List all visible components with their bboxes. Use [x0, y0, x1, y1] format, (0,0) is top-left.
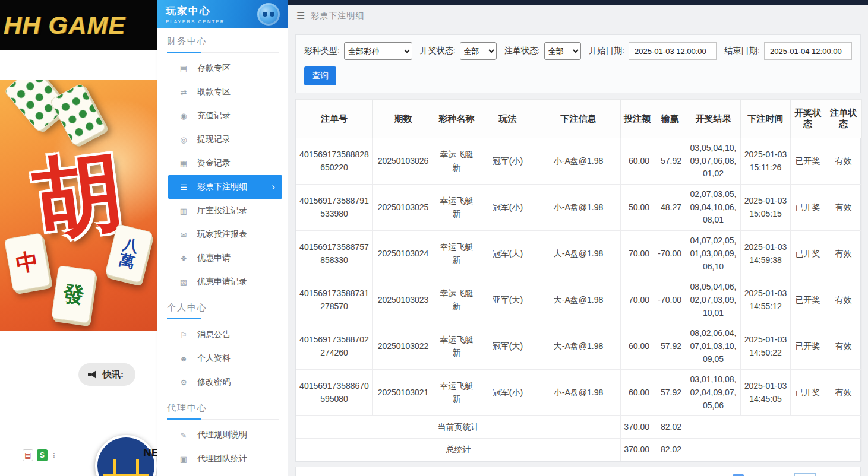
- table-cell: 冠军(小): [479, 370, 536, 416]
- sidebar-item-label: 充值记录: [197, 110, 231, 121]
- table-row: 40156917358875785833020250103024幸运飞艇新冠军(…: [296, 231, 862, 277]
- menu-group: ⚐消息公告☻个人资料⚙修改密码: [157, 319, 288, 395]
- summary-bet-total: 370.00: [621, 439, 654, 461]
- table-cell: 幸运飞艇新: [434, 185, 479, 231]
- table-cell: 20250103022: [373, 323, 434, 370]
- table-cell: 401569173588670595080: [296, 370, 373, 416]
- table-cell: 2025-01-03 14:45:05: [741, 370, 791, 416]
- tile-char: 八萬: [116, 236, 141, 272]
- sidebar-item-withdrawal-records[interactable]: ◎提现记录: [168, 128, 282, 151]
- site-logo[interactable]: HH GAME: [0, 0, 157, 50]
- sidebar-item-label: 修改密码: [197, 377, 231, 388]
- table-cell: 2025-01-03 14:55:12: [741, 277, 791, 323]
- chevron-right-icon: ›: [272, 181, 275, 193]
- player-bet-report-icon: ✉: [179, 230, 188, 239]
- table-row: 40156917358873127857020250103023幸运飞艇新亚军(…: [296, 277, 862, 323]
- column-header: 投注额: [621, 100, 654, 138]
- bet-status-select[interactable]: 全部: [544, 42, 581, 60]
- tile-char: 發: [61, 278, 86, 310]
- table-cell: 2025-01-03 15:05:15: [741, 185, 791, 231]
- table-row: 40156917358867059508020250103021幸运飞艇新冠军(…: [296, 370, 862, 416]
- change-password-icon: ⚙: [179, 378, 188, 387]
- top-bar: [288, 0, 868, 5]
- end-date-input[interactable]: [764, 42, 852, 60]
- query-button[interactable]: 查询: [304, 66, 336, 85]
- tile-char: 中: [14, 246, 41, 280]
- table-cell: 03,05,04,10,09,07,06,08,01,02: [686, 138, 741, 185]
- sidebar-item-label: 玩家投注报表: [197, 229, 247, 240]
- column-header: 彩种名称: [434, 100, 479, 138]
- table-cell: 2025-01-03 15:11:26: [741, 138, 791, 185]
- table-cell: 已开奖: [791, 277, 825, 323]
- table-cell: 小-A盘@1.98: [536, 138, 621, 185]
- menu-group: ✎代理规则说明▣代理团队统计: [157, 420, 288, 472]
- sidebar-item-agent-rules[interactable]: ✎代理规则说明: [168, 423, 282, 447]
- table-cell: 2025-01-03 14:59:38: [741, 231, 791, 277]
- table-cell: 有效: [825, 138, 862, 185]
- more-dots-icon[interactable]: ⁝: [51, 449, 57, 461]
- withdrawal-records-icon: ◎: [179, 135, 188, 144]
- table-cell: 20250103025: [373, 185, 434, 231]
- table-cell: 有效: [825, 277, 862, 323]
- sidebar-item-profile[interactable]: ☻个人资料: [168, 347, 282, 370]
- table-cell: 08,02,06,04,07,01,03,10,09,05: [686, 323, 741, 370]
- document-ime-icon[interactable]: ▤: [23, 449, 33, 461]
- sidebar-item-withdraw[interactable]: ⇄取款专区: [168, 80, 282, 104]
- table-cell: 小-A盘@1.98: [536, 370, 621, 416]
- column-header: 下注时间: [741, 100, 791, 138]
- sidebar-item-label: 代理规则说明: [197, 430, 247, 440]
- filter-row: 彩种类型: 全部彩种 开奖状态: 全部 注单状态: 全部 开始日期: 结束日期:: [304, 42, 852, 60]
- section-title: 个人中心: [167, 302, 279, 319]
- summary-winloss-total: 82.02: [654, 439, 686, 461]
- sidebar-item-label: 提现记录: [197, 134, 231, 145]
- sidebar-header: 玩家中心 PLAYERS CENTER: [157, 0, 288, 28]
- sidebar-item-label: 优惠申请: [197, 253, 231, 264]
- bridge-icon: [103, 460, 149, 476]
- table-cell: 大-A盘@1.98: [536, 231, 621, 277]
- column-header: 输赢: [654, 100, 686, 138]
- sidebar-item-recharge-records[interactable]: ◉充值记录: [168, 104, 282, 128]
- table-cell: 有效: [825, 231, 862, 277]
- page-jump-input[interactable]: [794, 473, 816, 476]
- sidebar-item-label: 代理团队统计: [197, 453, 247, 464]
- sidebar-item-change-password[interactable]: ⚙修改密码: [168, 370, 282, 394]
- sidebar-item-label: 资金记录: [197, 158, 231, 169]
- summary-row: 当前页统计370.0082.02: [296, 416, 862, 439]
- sogou-ime-icon[interactable]: S: [37, 449, 48, 461]
- sidebar-item-agent-team-stats[interactable]: ▣代理团队统计: [168, 447, 282, 471]
- menu-toggle-icon[interactable]: ☰: [296, 11, 305, 21]
- sidebar-item-promo-apply[interactable]: ❖优惠申请: [168, 246, 282, 270]
- draw-status-label: 开奖状态:: [420, 46, 456, 56]
- promo-apply-records-icon: ▧: [179, 278, 188, 287]
- sidebar-item-label: 存款专区: [197, 63, 231, 74]
- table-header-row: 注单号期数彩种名称玩法下注信息投注额输赢开奖结果下注时间开奖状态注单状态: [296, 100, 862, 138]
- end-date-label: 结束日期:: [724, 46, 760, 56]
- column-header: 注单号: [296, 100, 373, 138]
- sidebar-item-hall-bet-records[interactable]: ▥厅室投注记录: [168, 199, 282, 223]
- table-cell: 20250103026: [373, 138, 434, 185]
- sidebar-item-player-bet-report[interactable]: ✉玩家投注报表: [168, 223, 282, 246]
- ime-toolbar: ▤S⁝: [23, 449, 57, 461]
- draw-status-select[interactable]: 全部: [460, 42, 497, 60]
- table-cell: 401569173588702274260: [296, 323, 373, 370]
- sidebar-item-lottery-bet-details[interactable]: ☰彩票下注明细›: [168, 175, 282, 199]
- lottery-type-select[interactable]: 全部彩种: [344, 42, 412, 60]
- start-date-input[interactable]: [629, 42, 717, 60]
- site-background: HH GAME 胡 中 發 八萬 快讯: NE ▤S⁝: [0, 0, 157, 476]
- sidebar-item-label: 优惠申请记录: [197, 277, 247, 287]
- table-cell: 401569173588731278570: [296, 277, 373, 323]
- table-cell: 20250103021: [373, 370, 434, 416]
- deposit-icon: ▤: [179, 64, 188, 73]
- bets-table: 注单号期数彩种名称玩法下注信息投注额输赢开奖结果下注时间开奖状态注单状态 401…: [296, 99, 862, 461]
- table-cell: 60.00: [621, 370, 654, 416]
- sidebar-item-announcements[interactable]: ⚐消息公告: [168, 323, 282, 347]
- table-cell: 幸运飞艇新: [434, 231, 479, 277]
- gamepad-icon: [257, 3, 280, 26]
- lottery-type-label: 彩种类型:: [304, 46, 340, 56]
- summary-empty-cell: [686, 439, 862, 461]
- column-header: 下注信息: [536, 100, 621, 138]
- sidebar-item-promo-apply-records[interactable]: ▧优惠申请记录: [168, 270, 282, 294]
- column-header: 玩法: [479, 100, 536, 138]
- sidebar-item-funds-records[interactable]: ▦资金记录: [168, 151, 282, 175]
- sidebar-item-deposit[interactable]: ▤存款专区: [168, 56, 282, 80]
